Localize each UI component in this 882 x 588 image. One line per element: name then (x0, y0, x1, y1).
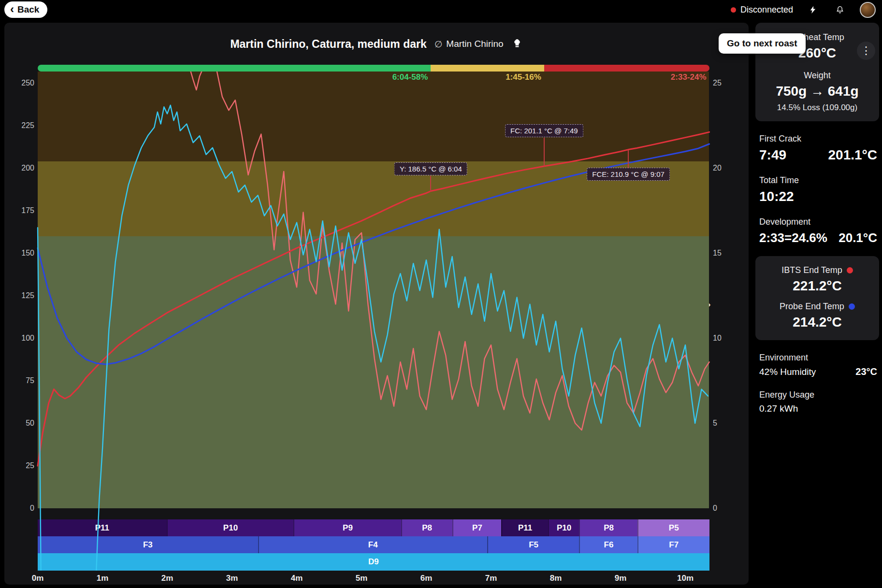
temp-axis-tick-label: 50 (4, 418, 34, 428)
first-crack-stat: First Crack 7:49 201.1°C (755, 134, 879, 163)
temp-axis-tick-label: 75 (4, 376, 34, 386)
energy-stat: Energy Usage 0.27 kWh (755, 390, 879, 414)
total-time-stat: Total Time 10:22 (755, 175, 879, 204)
temp-axis-tick-label: 25 (4, 461, 34, 471)
power-segment: P5 (637, 519, 709, 536)
first-crack-time: 7:49 (759, 147, 786, 163)
phase-duration-label: 2:33-24% (610, 72, 707, 82)
environment-temp: 23°C (855, 366, 877, 377)
temp-axis-tick-label: 175 (4, 206, 34, 215)
environment-label: Environment (759, 353, 877, 363)
power-segment: P9 (293, 519, 401, 536)
ibts-end-label: IBTS End Temp (781, 265, 842, 275)
user-avatar[interactable] (860, 2, 876, 18)
connection-status-label: Disconnected (740, 5, 793, 15)
temp-zone (38, 72, 709, 161)
power-bolt-icon[interactable] (806, 2, 820, 17)
roast-event-line (430, 176, 431, 191)
humidity-value: 42% Humidity (759, 367, 816, 377)
more-menu-button[interactable]: ⋮ (857, 42, 875, 60)
roast-event-flag: Y: 186.5 °C @ 6:04 (394, 162, 467, 175)
fan-segment: F5 (487, 536, 579, 553)
roast-event-flag: FC: 201.1 °C @ 7:49 (505, 124, 583, 137)
fan-segment: F3 (38, 536, 258, 553)
fan-segment: F4 (258, 536, 487, 553)
temp-axis-tick-label: 0 (4, 503, 34, 513)
ror-axis-tick-label: 15 (713, 248, 722, 258)
ror-axis-tick-label: 5 (713, 418, 717, 428)
roast-chart-panel: Martin Chirino, Caturra, medium dark ∅ M… (4, 23, 749, 585)
environment-stat: Environment 42% Humidity 23°C (755, 353, 879, 377)
x-axis-tick-label: 10m (668, 574, 702, 583)
roast-event-line (628, 150, 629, 168)
x-axis-tick-label: 6m (409, 574, 443, 583)
temp-axis-tick-label: 225 (4, 121, 34, 130)
development-temp: 20.1°C (839, 230, 877, 245)
phase-duration-label: 6:04-58% (331, 72, 428, 82)
power-segment: P11 (38, 519, 167, 536)
roast-stats-sidebar: Preheat Temp 260°C Weight 750g → 641g 14… (755, 23, 879, 414)
ror-axis-tick-label: 0 (713, 503, 717, 513)
end-temps-card: IBTS End Temp 221.2°C Probe End Temp 214… (755, 256, 879, 340)
probe-dot-icon (849, 303, 855, 310)
power-segment: P10 (548, 519, 579, 536)
back-label: Back (17, 4, 39, 15)
fan-segment: F7 (637, 536, 709, 553)
temp-axis-tick-label: 200 (4, 163, 34, 173)
drum-segment: D9 (38, 553, 709, 571)
x-axis-tick-label: 5m (345, 574, 378, 583)
back-chevron-icon: ‹ (10, 3, 14, 15)
fan-segment: F6 (579, 536, 637, 553)
weight-label: Weight (760, 71, 874, 81)
total-time-label: Total Time (759, 175, 877, 186)
x-axis-tick-label: 8m (539, 574, 573, 583)
next-roast-tooltip: Go to next roast (719, 33, 806, 54)
temp-zone (38, 236, 709, 508)
phase-duration-label: 1:45-16% (445, 72, 541, 82)
power-segment: P11 (501, 519, 548, 536)
topbar: ‹ Back Disconnected (0, 0, 882, 19)
x-axis-tick-label: 4m (280, 574, 314, 583)
phase-bar-segment (544, 65, 709, 72)
temp-axis-tick-label: 100 (4, 333, 34, 343)
ror-axis-tick-label: 20 (713, 163, 722, 173)
temp-axis-tick-label: 125 (4, 291, 34, 301)
x-axis-tick-label: 1m (86, 574, 119, 583)
probe-end-value: 214.2°C (760, 315, 874, 330)
ror-axis-tick-label: 10 (713, 333, 722, 343)
roast-event-flag: FCE: 210.9 °C @ 9:07 (587, 168, 670, 181)
roast-chart[interactable]: 6:04-58%1:45-16%2:33-24%0255075100125150… (4, 23, 749, 585)
power-segment: P8 (579, 519, 637, 536)
roast-event-line (544, 138, 545, 166)
x-axis-tick-label: 7m (474, 574, 508, 583)
probe-end-label: Probe End Temp (780, 301, 844, 312)
notifications-bell-icon[interactable] (833, 2, 847, 17)
x-axis-tick-label: 2m (150, 574, 184, 583)
first-crack-label: First Crack (759, 134, 877, 144)
development-value: 2:33=24.6% (759, 230, 827, 245)
weight-loss: 14.5% Loss (109.00g) (760, 103, 874, 113)
back-button[interactable]: ‹ Back (4, 1, 47, 18)
ror-axis-tick-label: 25 (713, 78, 722, 88)
x-axis-tick-label: 3m (215, 574, 249, 583)
power-segment: P7 (452, 519, 502, 536)
temp-axis-tick-label: 150 (4, 248, 34, 258)
status-dot-icon (731, 7, 736, 13)
phase-bar-segment (431, 65, 544, 72)
energy-label: Energy Usage (759, 390, 877, 400)
phase-bar-segment (38, 65, 431, 72)
x-axis-tick-label: 9m (604, 574, 637, 583)
ibts-end-value: 221.2°C (760, 278, 874, 294)
ibts-dot-icon (847, 267, 853, 273)
weight-value: 750g → 641g (760, 84, 874, 99)
first-crack-temp: 201.1°C (828, 147, 878, 163)
temp-axis-tick-label: 250 (4, 78, 34, 88)
power-segment: P8 (401, 519, 452, 536)
development-stat: Development 2:33=24.6% 20.1°C (755, 217, 879, 245)
energy-value: 0.27 kWh (759, 403, 798, 414)
connection-status: Disconnected (731, 5, 793, 15)
development-label: Development (759, 217, 877, 227)
power-segment: P10 (167, 519, 294, 536)
total-time-value: 10:22 (759, 189, 794, 204)
x-axis-tick-label: 0m (21, 574, 55, 583)
